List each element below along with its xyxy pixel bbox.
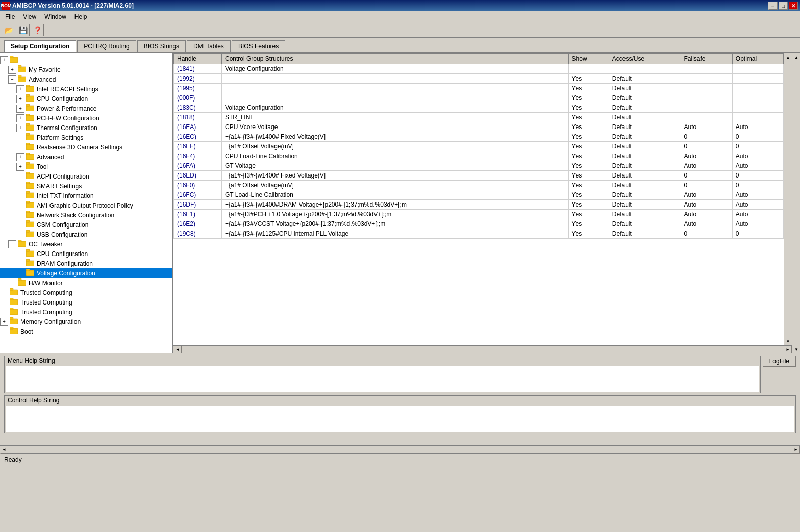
tree-expand-cpu-config[interactable]: + xyxy=(16,95,24,103)
table-panel[interactable]: Handle Control Group Structures Show Acc… xyxy=(173,53,784,345)
table-row-2[interactable]: (1995)YesDefault xyxy=(174,84,784,93)
cell-access-6: Default xyxy=(609,122,681,132)
tree-item-pch-fw[interactable]: + PCH-FW Configuration xyxy=(0,113,172,123)
menu-window[interactable]: Window xyxy=(40,12,70,21)
tree-item-ami-graphic[interactable]: AMI Graphic Output Protocol Policy xyxy=(0,200,172,210)
scroll-down-button[interactable]: ▼ xyxy=(784,337,792,345)
tree-expand-power-perf[interactable]: + xyxy=(16,105,24,113)
tab-dmi-tables[interactable]: DMI Tables xyxy=(187,40,231,52)
minimize-button[interactable]: − xyxy=(768,2,778,10)
table-row-15[interactable]: (16E1)+{a1#-{f3#PCH +1.0 Voltage+{p200#-… xyxy=(174,210,784,219)
outer-vertical-scrollbar[interactable]: ▲ ▼ xyxy=(792,53,800,353)
tree-item-dram-config[interactable]: DRAM Configuration xyxy=(0,259,172,268)
tree-item-trusted2[interactable]: Trusted Computing xyxy=(0,297,172,307)
table-row-13[interactable]: (16FC)GT Load-Line CalibrationYesDefault… xyxy=(174,190,784,200)
toolbar: 📂 💾 ❓ xyxy=(0,22,800,38)
tree-expand-tool[interactable]: + xyxy=(16,163,24,171)
tree-expand-intel-rc-acpi[interactable]: + xyxy=(16,85,24,93)
tree-item-cpu-config2[interactable]: CPU Configuration xyxy=(0,249,172,259)
logfile-button[interactable]: LogFile xyxy=(763,356,796,367)
table-row-11[interactable]: (16ED)+{a1#-{f3#-{w1400# Fixed Voltage(V… xyxy=(174,171,784,181)
main-horizontal-scrollbar[interactable]: ◄ ► xyxy=(0,445,800,453)
scroll-right-button[interactable]: ► xyxy=(784,346,792,354)
tree-item-realsense[interactable]: Realsense 3D Camera Settings xyxy=(0,142,172,152)
open-button[interactable]: 📂 xyxy=(2,24,15,36)
tree-item-oc-tweaker[interactable]: − OC Tweaker xyxy=(0,239,172,249)
tree-panel[interactable]: + + My Favorite− Advanced+ Intel RC ACPI… xyxy=(0,53,173,353)
svg-rect-21 xyxy=(26,153,30,155)
table-row-0[interactable]: (1841)Voltage Configuration xyxy=(174,64,784,74)
outer-scroll-down-button[interactable]: ▼ xyxy=(792,345,800,353)
tree-item-tool[interactable]: + Tool xyxy=(0,162,172,171)
svg-rect-49 xyxy=(10,288,13,290)
cell-structure-10: GT Voltage xyxy=(222,161,569,171)
table-row-1[interactable]: (1992)YesDefault xyxy=(174,74,784,84)
cell-handle-4: (183C) xyxy=(174,103,222,113)
tree-item-cpu-config[interactable]: + CPU Configuration xyxy=(0,94,172,104)
tree-item-csm[interactable]: CSM Configuration xyxy=(0,220,172,230)
main-scroll-right[interactable]: ► xyxy=(792,446,800,454)
cell-failsafe-14: Auto xyxy=(681,200,732,210)
tab-bar: Setup Configuration PCI IRQ Routing BIOS… xyxy=(0,38,800,53)
outer-scroll-up-button[interactable]: ▲ xyxy=(792,53,800,61)
tree-item-trusted3[interactable]: Trusted Computing xyxy=(0,307,172,317)
table-row-12[interactable]: (16F0)+{a1# Offset Voltage(mV]YesDefault… xyxy=(174,181,784,190)
tree-item-usb[interactable]: USB Configuration xyxy=(0,230,172,239)
tab-bios-features[interactable]: BIOS Features xyxy=(232,40,285,52)
tree-item-voltage-config[interactable]: Voltage Configuration xyxy=(0,268,172,278)
tree-expand-root[interactable]: + xyxy=(0,56,8,64)
menu-view[interactable]: View xyxy=(19,12,40,21)
close-button[interactable]: ✕ xyxy=(789,2,798,10)
tree-expand-pch-fw[interactable]: + xyxy=(16,114,24,122)
main-scroll-left[interactable]: ◄ xyxy=(0,446,8,454)
table-row-9[interactable]: (16F4)CPU Load-Line CalibrationYesDefaul… xyxy=(174,151,784,161)
tree-item-memory[interactable]: + Memory Configuration xyxy=(0,317,172,326)
table-row-10[interactable]: (16FA)GT VoltageYesDefaultAutoAuto xyxy=(174,161,784,171)
menu-file[interactable]: File xyxy=(1,12,19,21)
tree-item-trusted1[interactable]: Trusted Computing xyxy=(0,288,172,297)
tree-item-power-perf[interactable]: + Power & Performance xyxy=(0,104,172,113)
table-row-5[interactable]: (1818)STR_LINEYesDefault xyxy=(174,113,784,122)
status-text: Ready xyxy=(4,456,22,463)
table-row-8[interactable]: (16EF)+{a1# Offset Voltage(mV]YesDefault… xyxy=(174,142,784,151)
table-row-7[interactable]: (16EC)+{a1#-{f3#-{w1400# Fixed Voltage(V… xyxy=(174,132,784,142)
tree-expand-advanced2[interactable]: + xyxy=(16,153,24,161)
save-button[interactable]: 💾 xyxy=(16,24,30,36)
tree-item-boot[interactable]: Boot xyxy=(0,326,172,336)
tree-expand-memory[interactable]: + xyxy=(0,318,8,326)
help-button[interactable]: ❓ xyxy=(31,24,44,36)
horizontal-scrollbar-table[interactable]: ◄ ► xyxy=(173,345,792,353)
tree-item-platform[interactable]: Platform Settings xyxy=(0,133,172,142)
tab-bios-strings[interactable]: BIOS Strings xyxy=(137,40,186,52)
tree-expand-my-favorite[interactable]: + xyxy=(8,66,16,74)
scroll-up-button[interactable]: ▲ xyxy=(784,53,792,61)
maximize-button[interactable]: □ xyxy=(779,2,788,10)
folder-icon-intel-txt xyxy=(26,191,34,200)
cell-failsafe-2 xyxy=(681,84,732,93)
tree-item-network-stack[interactable]: Network Stack Configuration xyxy=(0,210,172,220)
tree-item-advanced[interactable]: − Advanced xyxy=(0,74,172,84)
tree-item-advanced2[interactable]: + Advanced xyxy=(0,152,172,162)
menu-help[interactable]: Help xyxy=(70,12,91,21)
tab-pci-irq-routing[interactable]: PCI IRQ Routing xyxy=(77,40,136,52)
table-row-4[interactable]: (183C)Voltage ConfigurationYesDefault xyxy=(174,103,784,113)
table-row-14[interactable]: (16DF)+{a1#-{f3#-{w1400#DRAM Voltage+{p2… xyxy=(174,200,784,210)
scroll-left-button[interactable]: ◄ xyxy=(173,346,182,354)
vertical-scrollbar[interactable]: ▲ ▼ xyxy=(784,53,792,345)
tree-item-hw-monitor[interactable]: H/W Monitor xyxy=(0,278,172,288)
tree-item-smart[interactable]: SMART Settings xyxy=(0,181,172,191)
table-row-16[interactable]: (16E2)+{a1#-{f3#VCCST Voltage+{p200#-[1;… xyxy=(174,219,784,229)
tab-setup-configuration[interactable]: Setup Configuration xyxy=(4,40,76,52)
tree-item-my-favorite[interactable]: + My Favorite xyxy=(0,65,172,74)
tree-expand-oc-tweaker[interactable]: − xyxy=(8,240,16,248)
tree-item-root[interactable]: + xyxy=(0,55,172,65)
table-row-6[interactable]: (16EA)CPU Vcore VoltageYesDefaultAutoAut… xyxy=(174,122,784,132)
tree-item-acpi-config[interactable]: ACPI Configuration xyxy=(0,171,172,181)
tree-item-thermal[interactable]: + Thermal Configuration xyxy=(0,123,172,133)
table-row-17[interactable]: (19C8)+{a1#-{f3#-{w1125#CPU Internal PLL… xyxy=(174,229,784,239)
tree-item-intel-rc-acpi[interactable]: + Intel RC ACPI Settings xyxy=(0,84,172,94)
tree-item-intel-txt[interactable]: Intel TXT Information xyxy=(0,191,172,200)
tree-expand-thermal[interactable]: + xyxy=(16,124,24,132)
tree-expand-advanced[interactable]: − xyxy=(8,75,16,84)
table-row-3[interactable]: (000F)YesDefault xyxy=(174,93,784,103)
